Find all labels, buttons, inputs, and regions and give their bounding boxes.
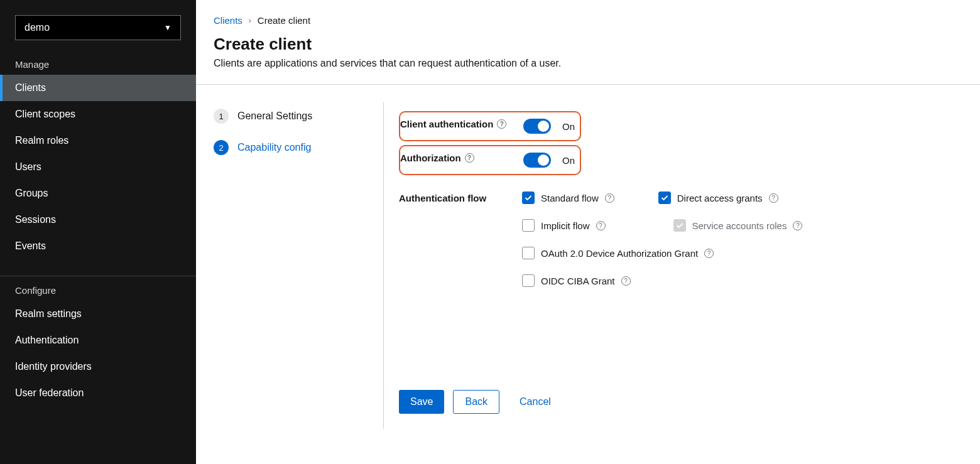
nav-section-manage: Manage xyxy=(0,50,196,75)
authorization-state: On xyxy=(562,155,575,166)
auth-flow-options: Standard flow ? Direct access grants ? xyxy=(522,189,802,287)
authorization-toggle[interactable] xyxy=(523,153,551,168)
step-label: General Settings xyxy=(237,111,312,122)
wizard: 1 General Settings 2 Capability config C… xyxy=(196,85,980,429)
wizard-steps: 1 General Settings 2 Capability config xyxy=(214,102,383,429)
sidebar: demo ▼ Manage Clients Client scopes Real… xyxy=(0,0,196,464)
chevron-down-icon: ▼ xyxy=(164,23,172,32)
breadcrumb-root[interactable]: Clients xyxy=(214,15,242,26)
sidebar-item-sessions[interactable]: Sessions xyxy=(0,207,196,233)
check-standard-flow[interactable]: Standard flow ? xyxy=(522,192,614,204)
check-ciba-grant[interactable]: OIDC CIBA Grant ? xyxy=(522,274,631,287)
help-icon[interactable]: ? xyxy=(497,119,506,129)
client-auth-label: Client authentication ? xyxy=(400,115,523,129)
back-button[interactable]: Back xyxy=(453,390,499,414)
help-icon[interactable]: ? xyxy=(621,276,631,286)
chevron-right-icon: › xyxy=(249,16,251,25)
auth-flow-label: Authentication flow xyxy=(399,189,522,203)
step-number: 2 xyxy=(214,140,229,155)
realm-selector-value: demo xyxy=(24,22,50,33)
wizard-footer: Save Back Cancel xyxy=(399,372,962,414)
sidebar-item-groups[interactable]: Groups xyxy=(0,180,196,207)
help-icon[interactable]: ? xyxy=(793,221,802,230)
sidebar-item-events[interactable]: Events xyxy=(0,233,196,259)
wizard-step-capability[interactable]: 2 Capability config xyxy=(214,140,383,155)
checkbox-icon xyxy=(522,274,535,287)
help-icon[interactable]: ? xyxy=(769,193,778,203)
client-auth-state: On xyxy=(562,121,575,132)
step-label: Capability config xyxy=(237,142,311,153)
sidebar-item-realm-settings[interactable]: Realm settings xyxy=(0,301,196,327)
realm-selector[interactable]: demo ▼ xyxy=(15,15,181,40)
form-area: Client authentication ? On xyxy=(383,102,962,429)
page-title: Create client xyxy=(214,35,962,54)
sidebar-item-client-scopes[interactable]: Client scopes xyxy=(0,101,196,127)
main-content: Clients › Create client Create client Cl… xyxy=(196,0,980,464)
cancel-button[interactable]: Cancel xyxy=(508,390,562,414)
breadcrumb: Clients › Create client xyxy=(196,0,980,28)
sidebar-item-user-federation[interactable]: User federation xyxy=(0,380,196,406)
page-header: Create client Clients are applications a… xyxy=(196,28,980,85)
check-direct-access[interactable]: Direct access grants ? xyxy=(658,192,778,204)
checkbox-icon xyxy=(522,219,535,232)
sidebar-item-clients[interactable]: Clients xyxy=(0,75,196,101)
checkbox-icon xyxy=(658,192,671,204)
highlight-authorization: Authorization ? On xyxy=(399,145,581,175)
help-icon[interactable]: ? xyxy=(596,221,606,230)
sidebar-item-realm-roles[interactable]: Realm roles xyxy=(0,127,196,154)
step-number: 1 xyxy=(214,109,229,124)
check-implicit-flow[interactable]: Implicit flow ? xyxy=(522,219,606,232)
help-icon[interactable]: ? xyxy=(605,193,614,203)
check-service-accounts: Service accounts roles ? xyxy=(673,219,803,232)
sidebar-item-users[interactable]: Users xyxy=(0,154,196,180)
wizard-step-general[interactable]: 1 General Settings xyxy=(214,109,383,124)
help-icon[interactable]: ? xyxy=(704,249,714,258)
page-subtitle: Clients are applications and services th… xyxy=(214,58,962,69)
client-auth-toggle[interactable] xyxy=(523,119,551,134)
checkbox-icon xyxy=(673,219,686,232)
authorization-label: Authorization ? xyxy=(400,149,523,163)
check-device-grant[interactable]: OAuth 2.0 Device Authorization Grant ? xyxy=(522,247,714,259)
nav-section-configure: Configure xyxy=(0,276,196,301)
highlight-client-auth: Client authentication ? On xyxy=(399,111,581,141)
breadcrumb-current: Create client xyxy=(258,15,310,26)
checkbox-icon xyxy=(522,247,535,259)
sidebar-item-authentication[interactable]: Authentication xyxy=(0,327,196,353)
checkbox-icon xyxy=(522,192,535,204)
sidebar-item-identity-providers[interactable]: Identity providers xyxy=(0,353,196,380)
help-icon[interactable]: ? xyxy=(465,153,474,163)
save-button[interactable]: Save xyxy=(399,390,444,414)
